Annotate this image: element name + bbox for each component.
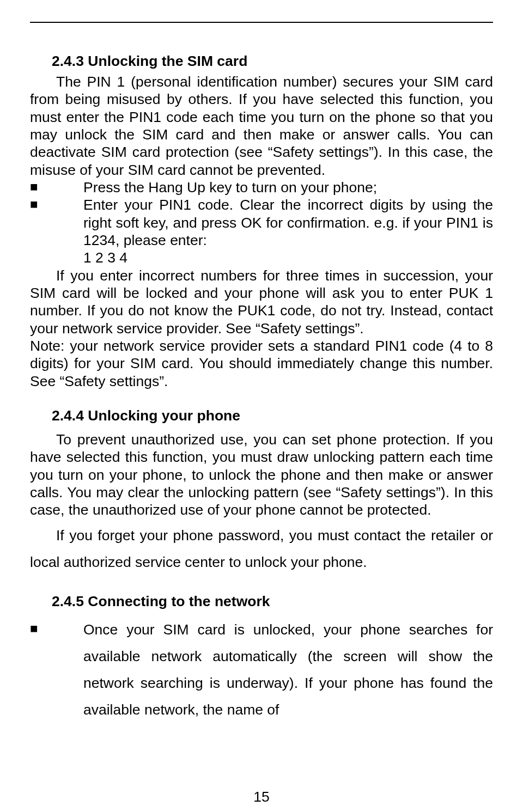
bullet-245-1: Once your SIM card is unlocked, your pho… bbox=[30, 616, 493, 723]
heading-245: 2.4.5 Connecting to the network bbox=[30, 593, 493, 610]
bullet-243-1: Press the Hang Up key to turn on your ph… bbox=[30, 179, 493, 196]
para-243-2: If you enter incorrect numbers for three… bbox=[30, 267, 493, 337]
page-number: 15 bbox=[0, 789, 523, 805]
bullet-243-2: Enter your PIN1 code. Clear the incorrec… bbox=[30, 196, 493, 249]
bullet-243-2-example: 1 2 3 4 bbox=[30, 249, 493, 266]
para-244-2: If you forget your phone password, you m… bbox=[30, 522, 493, 576]
bullet-list-243: Press the Hang Up key to turn on your ph… bbox=[30, 179, 493, 249]
para-243-1: The PIN 1 (personal identification numbe… bbox=[30, 73, 493, 179]
heading-243: 2.4.3 Unlocking the SIM card bbox=[30, 53, 493, 70]
top-rule bbox=[30, 22, 493, 23]
heading-244: 2.4.4 Unlocking your phone bbox=[30, 407, 493, 424]
note-243: Note: your network service provider sets… bbox=[30, 337, 493, 390]
bullet-list-245: Once your SIM card is unlocked, your pho… bbox=[30, 616, 493, 723]
para-244-1: To prevent unauthorized use, you can set… bbox=[30, 431, 493, 519]
manual-page: 2.4.3 Unlocking the SIM card The PIN 1 (… bbox=[0, 0, 523, 812]
